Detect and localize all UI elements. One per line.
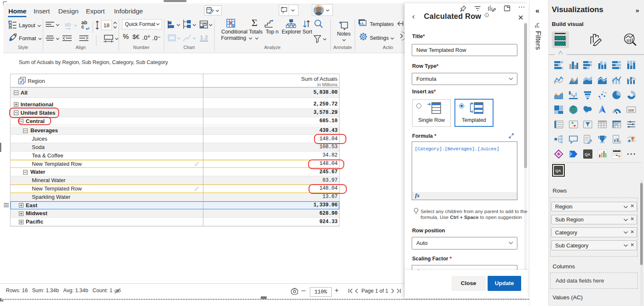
svg-text:QA: QA — [585, 152, 591, 157]
svg-text:QA: QA — [556, 169, 561, 173]
svg-text:123: 123 — [628, 108, 634, 112]
